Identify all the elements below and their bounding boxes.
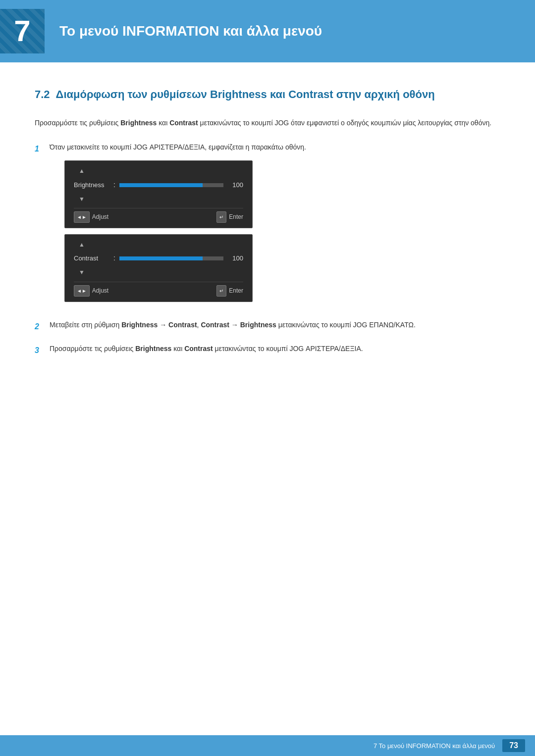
contrast-adjust-label: Adjust bbox=[92, 286, 108, 296]
step-1-text: Όταν μετακινείτε το κουμπί JOG ΑΡΙΣΤΕΡΑ/… bbox=[50, 143, 306, 151]
steps-list: 1 Όταν μετακινείτε το κουμπί JOG ΑΡΙΣΤΕΡ… bbox=[35, 142, 500, 357]
page-footer: 7 Το μενού INFORMATION και άλλα μενού 73 bbox=[0, 735, 535, 756]
osd-screenshots: ▲ Brightness : 100 ▼ bbox=[64, 160, 253, 302]
section-title: Διαμόρφωση των ρυθμίσεων Brightness και … bbox=[56, 88, 435, 101]
brightness-enter-label: Enter bbox=[229, 212, 243, 222]
step-2-content: Μεταβείτε στη ρύθμιση Brightness → Contr… bbox=[50, 319, 500, 331]
step-2: 2 Μεταβείτε στη ρύθμιση Brightness → Con… bbox=[35, 319, 500, 333]
brightness-colon: : bbox=[113, 179, 115, 191]
brightness-enter-button: ↵ Enter bbox=[216, 211, 243, 223]
footer-text: 7 Το μενού INFORMATION και άλλα μενού bbox=[374, 742, 495, 750]
chapter-number: 7 bbox=[14, 16, 30, 46]
brightness-adjust-icon: ◄► bbox=[74, 211, 90, 223]
header-title: Το μενού INFORMATION και άλλα μενού bbox=[59, 22, 322, 40]
contrast-adjust-button: ◄► Adjust bbox=[74, 285, 108, 297]
contrast-osd-panel: ▲ Contrast : 100 ▼ bbox=[64, 234, 253, 302]
section-number: 7.2 bbox=[35, 88, 50, 101]
brightness-row: Brightness : 100 bbox=[74, 179, 243, 191]
header-banner: 7 Το μενού INFORMATION και άλλα μενού bbox=[0, 0, 535, 62]
brightness-arrow-up: ▲ bbox=[74, 166, 243, 176]
brightness-arrow-down: ▼ bbox=[74, 194, 243, 204]
contrast-enter-label: Enter bbox=[229, 286, 243, 296]
contrast-adjust-icon: ◄► bbox=[74, 285, 90, 297]
step-1-content: Όταν μετακινείτε το κουμπί JOG ΑΡΙΣΤΕΡΑ/… bbox=[50, 142, 500, 309]
contrast-value: 100 bbox=[228, 253, 243, 264]
brightness-value: 100 bbox=[228, 180, 243, 191]
step-3-content: Προσαρμόστε τις ρυθμίσεις Brightness και… bbox=[50, 343, 500, 355]
brightness-bar-fill bbox=[119, 183, 203, 187]
main-content: 7.2Διαμόρφωση των ρυθμίσεων Brightness κ… bbox=[0, 62, 535, 406]
contrast-row: Contrast : 100 bbox=[74, 252, 243, 264]
brightness-label: Brightness bbox=[74, 180, 113, 191]
contrast-bar bbox=[119, 256, 223, 260]
intro-paragraph: Προσαρμόστε τις ρυθμίσεις Brightness και… bbox=[35, 117, 500, 129]
step-3-text: Προσαρμόστε τις ρυθμίσεις Brightness και… bbox=[50, 345, 363, 353]
contrast-enter-button: ↵ Enter bbox=[216, 285, 243, 297]
brightness-adjust-label: Adjust bbox=[92, 212, 108, 222]
step-1: 1 Όταν μετακινείτε το κουμπί JOG ΑΡΙΣΤΕΡ… bbox=[35, 142, 500, 309]
step-3: 3 Προσαρμόστε τις ρυθμίσεις Brightness κ… bbox=[35, 343, 500, 357]
chapter-number-box: 7 bbox=[0, 9, 45, 53]
contrast-footer: ◄► Adjust ↵ Enter bbox=[74, 282, 243, 297]
step-2-text: Μεταβείτε στη ρύθμιση Brightness → Contr… bbox=[50, 321, 416, 329]
brightness-footer: ◄► Adjust ↵ Enter bbox=[74, 208, 243, 223]
contrast-colon: : bbox=[113, 252, 115, 264]
brightness-adjust-button: ◄► Adjust bbox=[74, 211, 108, 223]
brightness-osd-panel: ▲ Brightness : 100 ▼ bbox=[64, 160, 253, 228]
step-2-number: 2 bbox=[35, 320, 50, 333]
footer-page-number: 73 bbox=[502, 739, 525, 752]
contrast-arrow-up: ▲ bbox=[74, 240, 243, 250]
contrast-enter-icon: ↵ bbox=[216, 285, 226, 297]
step-1-number: 1 bbox=[35, 142, 50, 155]
step-3-number: 3 bbox=[35, 344, 50, 357]
contrast-bar-fill bbox=[119, 256, 203, 260]
brightness-bar bbox=[119, 183, 223, 187]
contrast-arrow-down: ▼ bbox=[74, 267, 243, 277]
brightness-enter-icon: ↵ bbox=[216, 211, 226, 223]
section-heading: 7.2Διαμόρφωση των ρυθμίσεων Brightness κ… bbox=[35, 87, 500, 102]
contrast-label: Contrast bbox=[74, 253, 113, 264]
